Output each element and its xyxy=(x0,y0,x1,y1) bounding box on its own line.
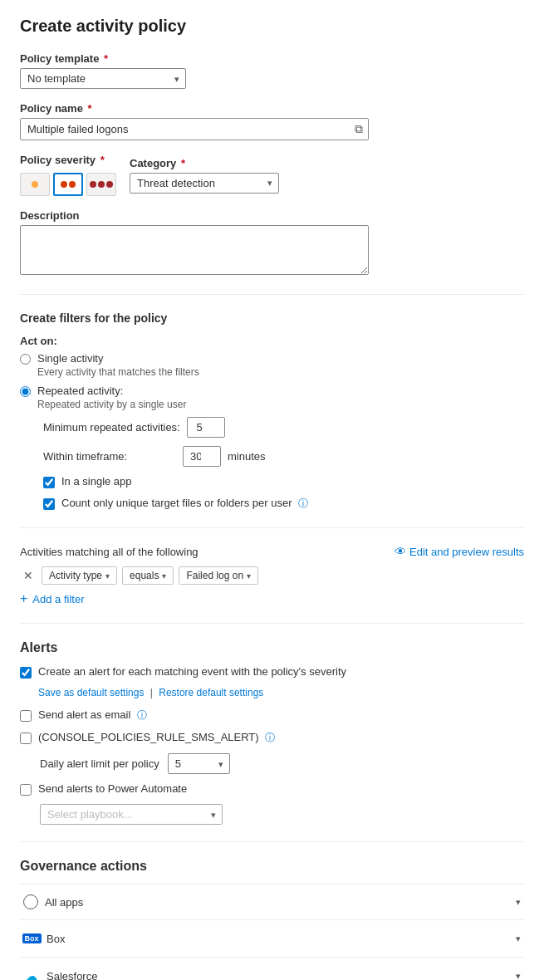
box-icon: Box xyxy=(23,930,40,947)
low-dot xyxy=(32,181,38,188)
all-apps-icon xyxy=(23,894,38,909)
repeated-activity-radio-wrap: Repeated activity: Repeated activity by … xyxy=(20,385,524,410)
gov-item-box[interactable]: Box Box ▾ xyxy=(20,920,524,958)
gov-item-salesforce[interactable]: ☁ Salesforce ▾ xyxy=(20,958,524,980)
main-alert-label[interactable]: Create an alert for each matching event … xyxy=(38,665,346,678)
severity-low-btn[interactable] xyxy=(20,173,50,196)
single-app-row: In a single app xyxy=(43,475,524,488)
severity-label: Policy severity * xyxy=(20,154,116,166)
single-app-label[interactable]: In a single app xyxy=(61,475,132,488)
playbook-wrap: Select playbook... xyxy=(40,804,524,825)
restore-default-link[interactable]: Restore default settings xyxy=(159,687,263,698)
policy-name-label: Policy name * xyxy=(20,102,524,115)
add-filter-btn[interactable]: + Add a filter xyxy=(20,591,524,606)
policy-template-select[interactable]: No template Template 1 Template 2 xyxy=(20,68,186,89)
single-activity-radio-wrap: Single activity Every activity that matc… xyxy=(20,352,524,378)
box-caret: ▾ xyxy=(516,933,521,944)
all-apps-caret: ▾ xyxy=(516,897,521,908)
send-email-row: Send alert as email ⓘ xyxy=(20,708,524,723)
edit-preview-btn[interactable]: 👁 Edit and preview results xyxy=(395,545,524,558)
activity-type-dropdown[interactable]: Activity type ▾ xyxy=(42,566,117,585)
daily-limit-select[interactable]: 5 10 20 50 100 xyxy=(168,753,230,774)
filter-header: Activities matching all of the following… xyxy=(20,545,524,558)
min-repeated-row: Minimum repeated activities: xyxy=(43,417,524,438)
high-dot3 xyxy=(106,181,113,188)
single-activity-radio[interactable] xyxy=(20,354,31,365)
send-email-checkbox[interactable] xyxy=(20,710,32,722)
filter-row: ✕ Activity type ▾ equals ▾ Failed log on… xyxy=(20,566,524,585)
power-automate-checkbox[interactable] xyxy=(20,784,32,796)
severity-buttons xyxy=(20,173,116,196)
filters-heading: Create filters for the policy xyxy=(20,311,524,325)
failed-logon-dropdown[interactable]: Failed log on ▾ xyxy=(179,566,258,585)
power-automate-row: Send alerts to Power Automate xyxy=(20,782,524,796)
act-on-label: Act on: xyxy=(20,335,524,347)
min-repeated-label: Minimum repeated activities: xyxy=(43,421,180,434)
alerts-section: Alerts Create an alert for each matching… xyxy=(20,640,524,825)
sms-info-icon[interactable]: ⓘ xyxy=(265,732,275,743)
high-dot1 xyxy=(90,181,96,188)
category-section: Category * Threat detection Data exfiltr… xyxy=(130,157,279,194)
eye-icon: 👁 xyxy=(395,545,406,558)
timeframe-input[interactable] xyxy=(183,446,221,467)
unique-files-info-icon[interactable]: ⓘ xyxy=(298,497,308,509)
policy-severity-section: Policy severity * xyxy=(20,154,116,196)
single-activity-label[interactable]: Single activity xyxy=(37,352,103,365)
minutes-label: minutes xyxy=(228,450,266,463)
category-select[interactable]: Threat detection Data exfiltration Compl… xyxy=(130,173,279,194)
category-label: Category * xyxy=(130,157,279,169)
within-timeframe-label: Within timeframe: xyxy=(43,450,176,463)
severity-high-btn[interactable] xyxy=(86,173,116,196)
within-timeframe-row: Within timeframe: minutes xyxy=(43,446,524,467)
power-automate-label[interactable]: Send alerts to Power Automate xyxy=(38,782,187,795)
plus-icon: + xyxy=(20,591,27,606)
daily-limit-label: Daily alert limit per policy xyxy=(40,757,159,770)
divider-4 xyxy=(20,841,524,842)
repeated-activity-label[interactable]: Repeated activity: xyxy=(37,385,123,397)
alert-links: Save as default settings | Restore defau… xyxy=(38,687,524,698)
sms-row: (CONSOLE_POLICIES_RULE_SMS_ALERT) ⓘ xyxy=(20,731,524,745)
policy-name-input[interactable]: Multiple failed logons xyxy=(21,119,350,140)
severity-medium-btn[interactable] xyxy=(53,173,83,196)
unique-files-checkbox[interactable] xyxy=(43,498,55,510)
copy-icon[interactable]: ⧉ xyxy=(350,119,368,140)
policy-name-wrap: Multiple failed logons ⧉ xyxy=(20,118,369,140)
divider-2 xyxy=(20,527,524,528)
salesforce-icon: ☁ xyxy=(23,968,40,980)
description-label: Description xyxy=(20,209,524,222)
high-dot2 xyxy=(98,181,105,188)
governance-heading: Governance actions xyxy=(20,859,524,874)
daily-limit-row: Daily alert limit per policy 5 10 20 50 … xyxy=(40,753,524,774)
med-dot1 xyxy=(61,181,67,188)
activity-type-caret: ▾ xyxy=(105,571,110,581)
min-repeated-input[interactable] xyxy=(187,417,225,438)
box-label: Box xyxy=(47,933,65,945)
page-title: Create activity policy xyxy=(20,17,524,36)
equals-caret: ▾ xyxy=(162,571,166,581)
repeated-activity-radio[interactable] xyxy=(20,386,31,397)
equals-dropdown[interactable]: equals ▾ xyxy=(122,566,174,585)
main-alert-row: Create an alert for each matching event … xyxy=(20,665,524,679)
send-email-label: Send alert as email ⓘ xyxy=(38,708,147,723)
governance-section: Governance actions All apps ▾ Box Box ▾ … xyxy=(20,859,524,980)
gov-item-all-apps[interactable]: All apps ▾ xyxy=(20,884,524,920)
sms-checkbox[interactable] xyxy=(20,733,32,744)
all-apps-label: All apps xyxy=(45,896,83,909)
med-dot2 xyxy=(69,181,76,188)
single-activity-desc: Every activity that matches the filters xyxy=(37,366,199,378)
activities-matching-label: Activities matching all of the following xyxy=(20,546,198,558)
filter-close-btn[interactable]: ✕ xyxy=(20,566,37,585)
policy-template-label: Policy template * xyxy=(20,52,524,65)
unique-files-row: Count only unique target files or folder… xyxy=(43,497,524,511)
description-input[interactable] xyxy=(20,225,369,275)
single-app-checkbox[interactable] xyxy=(43,477,55,488)
salesforce-caret: ▾ xyxy=(516,971,521,981)
email-info-icon[interactable]: ⓘ xyxy=(137,709,147,721)
repeated-activity-desc: Repeated activity by a single user xyxy=(37,399,186,410)
main-alert-checkbox[interactable] xyxy=(20,667,32,679)
save-default-link[interactable]: Save as default settings xyxy=(38,687,144,698)
sms-label: (CONSOLE_POLICIES_RULE_SMS_ALERT) ⓘ xyxy=(38,731,275,745)
playbook-select[interactable]: Select playbook... xyxy=(40,804,223,825)
value-caret: ▾ xyxy=(247,571,251,581)
link-separator: | xyxy=(150,687,153,698)
